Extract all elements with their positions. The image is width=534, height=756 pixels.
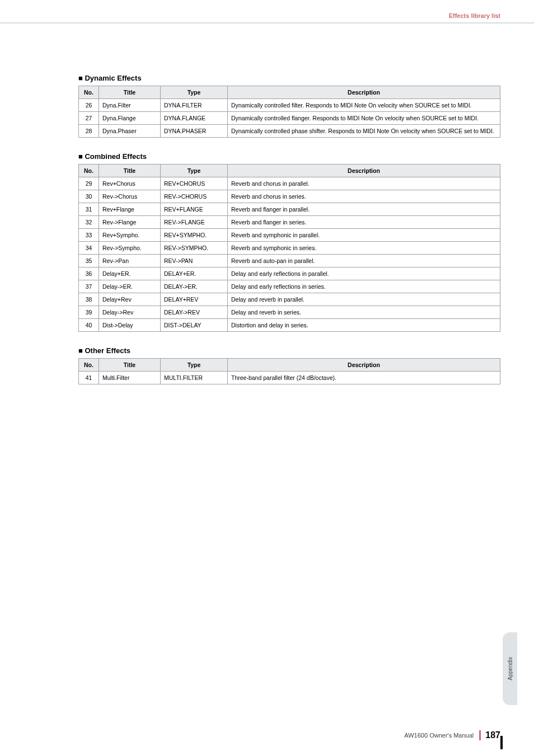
cell-no: 41	[79, 372, 99, 384]
table-row: 30Rev->ChorusREV->CHORUSReverb and choru…	[79, 190, 500, 203]
table-row: 29Rev+ChorusREV+CHORUSReverb and chorus …	[79, 177, 500, 190]
cell-desc: Distortion and delay in series.	[228, 319, 500, 332]
cell-desc: Reverb and chorus in parallel.	[228, 177, 500, 190]
cell-desc: Dynamically controlled phase shifter. Re…	[228, 125, 500, 138]
cell-title: Rev->Sympho.	[99, 242, 161, 255]
cell-type: MULTI.FILTER	[161, 372, 228, 384]
table-row: 40Dist->DelayDIST->DELAYDistortion and d…	[79, 319, 500, 332]
cell-title: Dyna.Phaser	[99, 125, 161, 138]
cell-type: DELAY+ER.	[161, 267, 228, 280]
cell-no: 30	[79, 190, 99, 203]
cell-desc: Dynamically controlled flanger. Responds…	[228, 112, 500, 125]
table-row: 32Rev->FlangeREV->FLANGEReverb and flang…	[79, 216, 500, 229]
table-row: 38Delay+RevDELAY+REVDelay and reverb in …	[79, 293, 500, 306]
cell-no: 37	[79, 280, 99, 293]
table-row: 37Delay->ER.DELAY->ER.Delay and early re…	[79, 280, 500, 293]
cell-no: 27	[79, 112, 99, 125]
side-tab-appendix: Appendix	[503, 632, 517, 705]
table-row: 26Dyna.FilterDYNA.FILTERDynamically cont…	[79, 99, 500, 112]
cell-desc: Delay and early reflections in series.	[228, 280, 500, 293]
cell-type: REV+SYMPHO.	[161, 229, 228, 242]
cell-no: 34	[79, 242, 99, 255]
footer-edge-mark	[500, 736, 503, 749]
cell-type: REV+FLANGE	[161, 203, 228, 216]
cell-type: DELAY->ER.	[161, 280, 228, 293]
cell-title: Delay->Rev	[99, 306, 161, 319]
combined-effects-table: No. Title Type Description 29Rev+ChorusR…	[78, 164, 500, 332]
cell-type: REV->CHORUS	[161, 190, 228, 203]
table-row: 41Multi.FilterMULTI.FILTERThree-band par…	[79, 372, 500, 384]
table-row: 34Rev->Sympho.REV->SYMPHO.Reverb and sym…	[79, 242, 500, 255]
cell-title: Dyna.Flange	[99, 112, 161, 125]
col-type: Type	[161, 86, 228, 99]
cell-desc: Three-band parallel filter (24 dB/octave…	[228, 372, 500, 384]
cell-title: Rev->Chorus	[99, 190, 161, 203]
table-row: 28Dyna.PhaserDYNA.PHASERDynamically cont…	[79, 125, 500, 138]
cell-type: REV->PAN	[161, 255, 228, 267]
cell-no: 35	[79, 255, 99, 267]
col-no: No.	[79, 359, 99, 372]
cell-desc: Dynamically controlled filter. Responds …	[228, 99, 500, 112]
cell-no: 31	[79, 203, 99, 216]
col-no: No.	[79, 86, 99, 99]
cell-type: DIST->DELAY	[161, 319, 228, 332]
table-row: 39Delay->RevDELAY->REVDelay and reverb i…	[79, 306, 500, 319]
table-row: 27Dyna.FlangeDYNA.FLANGEDynamically cont…	[79, 112, 500, 125]
cell-no: 28	[79, 125, 99, 138]
cell-title: Rev+Sympho.	[99, 229, 161, 242]
col-desc: Description	[228, 359, 500, 372]
col-title: Title	[99, 165, 161, 177]
cell-no: 26	[79, 99, 99, 112]
section-heading-dynamic: ■ Dynamic Effects	[78, 74, 500, 82]
table-row: 36Delay+ER.DELAY+ER.Delay and early refl…	[79, 267, 500, 280]
side-tab-label: Appendix	[507, 657, 513, 680]
section-heading-other: ■ Other Effects	[78, 346, 500, 355]
col-type: Type	[161, 165, 228, 177]
cell-desc: Delay and reverb in series.	[228, 306, 500, 319]
cell-no: 36	[79, 267, 99, 280]
cell-type: DYNA.FLANGE	[161, 112, 228, 125]
col-desc: Description	[228, 86, 500, 99]
header-section-label: Effects library list	[449, 12, 500, 19]
cell-desc: Delay and reverb in parallel.	[228, 293, 500, 306]
cell-title: Dyna.Filter	[99, 99, 161, 112]
cell-desc: Reverb and flanger in parallel.	[228, 203, 500, 216]
cell-type: DYNA.PHASER	[161, 125, 228, 138]
cell-no: 39	[79, 306, 99, 319]
cell-type: DELAY+REV	[161, 293, 228, 306]
cell-title: Dist->Delay	[99, 319, 161, 332]
cell-title: Multi.Filter	[99, 372, 161, 384]
cell-desc: Reverb and symphonic in series.	[228, 242, 500, 255]
other-effects-table: No. Title Type Description 41Multi.Filte…	[78, 358, 500, 384]
cell-title: Delay->ER.	[99, 280, 161, 293]
cell-type: DYNA.FILTER	[161, 99, 228, 112]
cell-desc: Reverb and chorus in series.	[228, 190, 500, 203]
col-title: Title	[99, 86, 161, 99]
cell-type: REV->SYMPHO.	[161, 242, 228, 255]
cell-title: Rev+Flange	[99, 203, 161, 216]
cell-desc: Reverb and symphonic in parallel.	[228, 229, 500, 242]
cell-title: Delay+Rev	[99, 293, 161, 306]
table-row: 35Rev->PanREV->PANReverb and auto-pan in…	[79, 255, 500, 267]
cell-no: 33	[79, 229, 99, 242]
cell-title: Rev+Chorus	[99, 177, 161, 190]
cell-title: Delay+ER.	[99, 267, 161, 280]
cell-type: REV+CHORUS	[161, 177, 228, 190]
col-desc: Description	[228, 165, 500, 177]
cell-title: Rev->Flange	[99, 216, 161, 229]
col-title: Title	[99, 359, 161, 372]
cell-desc: Reverb and auto-pan in parallel.	[228, 255, 500, 267]
page-content: ■ Dynamic Effects No. Title Type Descrip…	[0, 24, 534, 384]
cell-desc: Reverb and flanger in series.	[228, 216, 500, 229]
cell-desc: Delay and early reflections in parallel.	[228, 267, 500, 280]
cell-no: 29	[79, 177, 99, 190]
col-type: Type	[161, 359, 228, 372]
page-footer: AW1600 Owner's Manual 187	[404, 730, 500, 740]
footer-manual-title: AW1600 Owner's Manual	[404, 732, 474, 739]
cell-type: REV->FLANGE	[161, 216, 228, 229]
cell-type: DELAY->REV	[161, 306, 228, 319]
cell-no: 38	[79, 293, 99, 306]
cell-title: Rev->Pan	[99, 255, 161, 267]
dynamic-effects-table: No. Title Type Description 26Dyna.Filter…	[78, 86, 500, 138]
section-heading-combined: ■ Combined Effects	[78, 152, 500, 161]
